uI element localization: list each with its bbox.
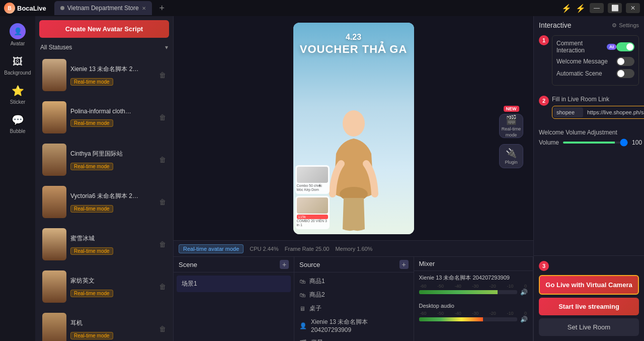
step-3-label: 3 (539, 261, 639, 271)
mixer-volume-icon-2[interactable]: 🔊 (520, 316, 528, 323)
app-logo-text: BocaLive (17, 5, 46, 12)
script-avatar-img-5 (42, 270, 66, 303)
main-tab[interactable]: Vietnam Department Store ✕ (54, 1, 152, 15)
settings-button[interactable]: ⚙ Settings (612, 22, 639, 29)
sidebar-item-sticker[interactable]: ⭐ Sticker (3, 81, 33, 108)
tab-indicator (60, 6, 64, 10)
product-card-2: 115k COMBO 20 VIÊN 3 in 1 (295, 196, 330, 229)
realtime-mode-button[interactable]: 🎬 Real-time mode (499, 114, 523, 138)
script-name-1: Polina-informal cloth… (70, 108, 155, 115)
scene-add-button[interactable]: + (280, 260, 289, 269)
step-1-number: 1 (539, 35, 549, 45)
preview-area: 4.23 VOUCHER THẢ GA Combo 50 chiếc (174, 16, 533, 240)
script-delete-2[interactable]: 🗑 (159, 156, 166, 164)
comment-interaction-label-group: Comment Interaction AI (556, 40, 616, 54)
volume-slider[interactable] (563, 142, 628, 144)
script-avatar-img-6 (42, 313, 66, 341)
sidebar-item-label-bubble: Bubble (10, 128, 25, 134)
mixer-bar-fill-2 (419, 317, 483, 321)
script-avatar-img-2 (42, 144, 66, 176)
link-input[interactable] (585, 107, 644, 117)
tab-close-icon[interactable]: ✕ (142, 6, 146, 11)
comment-interaction-toggle[interactable] (616, 42, 634, 51)
source-item-avatar[interactable]: 👤 Xienie 13 未命名脚本 204207293909 (294, 315, 414, 336)
fill-link-label: Fill in Live Room Link (552, 96, 644, 103)
source-panel-header: Source + (294, 257, 414, 272)
realtime-icon: 🎬 (506, 114, 517, 125)
script-badge-0: Real-time mode (70, 78, 113, 86)
script-item-0[interactable]: Xienie 13 未命名脚本 2… Real-time mode 🗑 (39, 55, 169, 95)
maximize-icon: ⬜ (611, 5, 619, 12)
welcome-message-toggle[interactable] (616, 57, 634, 66)
right-top: Interactive ⚙ Settings 1 Comment Interac… (534, 16, 644, 255)
script-badge-4: Real-time mode (70, 247, 113, 255)
plugin-button[interactable]: 🔌 Plugin (499, 144, 523, 168)
volume-row: Volume 100 (539, 139, 639, 146)
go-live-button[interactable]: Go Live with Virtual Camera (539, 275, 639, 295)
source-icon-desk: 🖥 (299, 305, 305, 312)
source-name-product2: 商品2 (309, 291, 325, 299)
add-tab-button[interactable]: + (156, 2, 168, 14)
automatic-scene-label: Automatic Scene (556, 70, 602, 77)
script-item-4[interactable]: 蜜雪冰城 Real-time mode 🗑 (39, 224, 169, 264)
script-delete-0[interactable]: 🗑 (159, 71, 166, 79)
script-name-3: Vyctoria6 未命名脚本 2… (70, 192, 155, 200)
close-button[interactable]: ✕ (626, 3, 640, 13)
status-filter[interactable]: All Statuses ▾ (35, 42, 173, 55)
script-avatar-img-4 (42, 228, 66, 260)
product-label-2: COMBO 20 VIÊN 3 in 1 (297, 219, 328, 228)
source-item-product2[interactable]: 🛍 商品2 (294, 288, 414, 302)
right-panel: Interactive ⚙ Settings 1 Comment Interac… (533, 16, 644, 341)
step-1-content: Comment Interaction AI Welcome Message A… (552, 35, 639, 91)
product-img-2 (297, 197, 328, 214)
automatic-scene-toggle[interactable] (616, 69, 634, 78)
cpu-stat: CPU 2.44% (250, 246, 278, 252)
left-sidebar: 👤 Avatar 🖼 Background ⭐ Sticker 💬 Bubble (0, 16, 35, 341)
script-delete-6[interactable]: 🗑 (159, 325, 166, 333)
mixer-volume-icon-1[interactable]: 🔊 (520, 289, 528, 296)
product-label-1: Combo 50 chiếc Móc Kép Dom (297, 184, 328, 192)
script-item-6[interactable]: 耳机 Real-time mode 🗑 (39, 309, 169, 341)
scene-panel: Scene + 场景1 (174, 257, 294, 341)
script-delete-4[interactable]: 🗑 (159, 240, 166, 248)
script-info-5: 家纺英文 Real-time mode (70, 277, 155, 297)
mixer-track-1: Xienie 13 未命名脚本 204207293909 -60-50 -40-… (414, 271, 533, 300)
source-item-desk[interactable]: 🖥 桌子 (294, 302, 414, 315)
script-badge-1: Real-time mode (70, 119, 113, 127)
sidebar-item-avatar[interactable]: 👤 Avatar (3, 20, 33, 49)
sidebar-item-bubble[interactable]: 💬 Bubble (3, 110, 33, 137)
source-item-bg[interactable]: 🎬 背景 (294, 336, 414, 341)
create-script-button[interactable]: Create New Avatar Script (39, 20, 169, 38)
source-panel-title: Source (299, 261, 320, 268)
comment-interaction-row: Comment Interaction AI (556, 40, 634, 54)
mixer-bar-2: 🔊 (419, 316, 528, 323)
script-item-1[interactable]: Polina-informal cloth… Real-time mode 🗑 (39, 97, 169, 138)
script-avatar-6 (42, 313, 66, 341)
mode-badge: Real-time avatar mode (179, 244, 244, 253)
set-live-room-button[interactable]: Set Live Room (539, 318, 639, 336)
source-item-product1[interactable]: 🛍 商品1 (294, 275, 414, 288)
script-delete-3[interactable]: 🗑 (159, 198, 166, 206)
source-name-bg: 背景 (311, 338, 323, 341)
minimize-button[interactable]: — (590, 3, 604, 13)
realtime-label: Real-time (502, 126, 521, 131)
scene-item[interactable]: 场景1 (177, 276, 291, 292)
maximize-button[interactable]: ⬜ (608, 3, 622, 13)
script-item-2[interactable]: Cinthya 阿里国际站 Real-time mode 🗑 (39, 140, 169, 180)
platform-select[interactable]: shopee tiktok lazada (553, 107, 583, 117)
comment-interaction-label: Comment Interaction (556, 40, 604, 54)
float-buttons: NEW 🎬 Real-time mode 🔌 Plugin (499, 106, 523, 168)
source-icon-avatar: 👤 (299, 322, 307, 329)
script-delete-1[interactable]: 🗑 (159, 113, 166, 121)
script-item-5[interactable]: 家纺英文 Real-time mode 🗑 (39, 266, 169, 307)
sidebar-item-background[interactable]: 🖼 Background (3, 51, 33, 79)
volume-section-label: Welcome Volume Adjustment (539, 129, 639, 136)
start-live-button[interactable]: Start live streaming (539, 298, 639, 315)
script-delete-5[interactable]: 🗑 (159, 283, 166, 291)
script-badge-3: Real-time mode (70, 205, 113, 213)
script-item-3[interactable]: Vyctoria6 未命名脚本 2… Real-time mode 🗑 (39, 182, 169, 222)
new-badge: NEW (504, 106, 519, 112)
bottom-toolbar: Real-time avatar mode CPU 2.44% Frame Ra… (174, 240, 533, 256)
mixer-bar-track-2 (419, 317, 518, 321)
source-add-button[interactable]: + (399, 260, 409, 269)
